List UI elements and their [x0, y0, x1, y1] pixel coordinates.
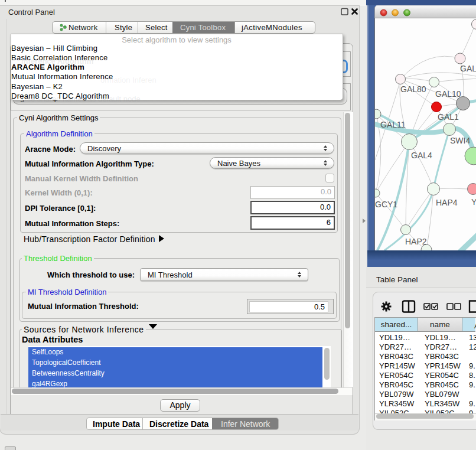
svg-text:HAP4: HAP4 [436, 198, 458, 207]
svg-text:GAL4: GAL4 [411, 151, 432, 160]
svg-text:GAL10: GAL10 [435, 89, 461, 99]
svg-text:HAP2: HAP2 [405, 237, 427, 246]
svg-text:GAL1: GAL1 [438, 112, 459, 122]
svg-text:SWI4: SWI4 [450, 136, 470, 145]
svg-text:GAL80: GAL80 [400, 84, 426, 94]
svg-text:GAL: GAL [460, 64, 476, 73]
svg-text:GAL11: GAL11 [380, 120, 406, 129]
svg-text:Y: Y [471, 197, 476, 207]
svg-text:GCY1: GCY1 [375, 200, 397, 209]
